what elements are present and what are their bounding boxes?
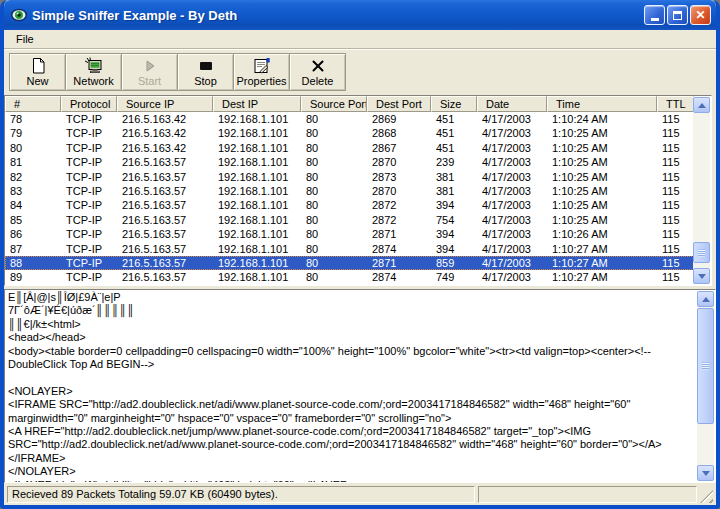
table-cell: 1:10:24 AM <box>547 112 657 126</box>
table-cell: 4/17/2003 <box>477 155 547 169</box>
minimize-button[interactable] <box>644 5 665 25</box>
close-button[interactable]: ✕ <box>690 5 711 25</box>
table-cell: 2871 <box>367 227 431 241</box>
table-cell: TCP-IP <box>61 256 117 270</box>
stop-icon <box>199 56 213 75</box>
table-row[interactable]: 87TCP-IP216.5.163.57192.168.1.1018028743… <box>5 242 694 256</box>
table-cell: 1:10:27 AM <box>547 270 657 284</box>
column-header[interactable]: Dest IP <box>213 96 301 112</box>
column-header[interactable]: TTL <box>657 96 694 112</box>
table-cell: 115 <box>657 170 694 184</box>
table-cell: 83 <box>5 184 61 198</box>
table-cell: 2869 <box>367 112 431 126</box>
table-cell: 84 <box>5 198 61 212</box>
resize-grip-icon[interactable] <box>700 490 713 503</box>
table-cell: 115 <box>657 184 694 198</box>
table-cell: 1:10:25 AM <box>547 184 657 198</box>
table-cell: 80 <box>301 256 367 270</box>
table-cell: 216.5.163.57 <box>117 213 213 227</box>
table-cell: 115 <box>657 213 694 227</box>
eye-icon <box>10 7 28 23</box>
table-row[interactable]: 78TCP-IP216.5.163.42192.168.1.1018028694… <box>5 112 694 126</box>
table-row[interactable]: 86TCP-IP216.5.163.57192.168.1.1018028713… <box>5 227 694 241</box>
table-cell: 1:10:25 AM <box>547 141 657 155</box>
detail-scrollbar[interactable] <box>697 291 714 481</box>
table-cell: 80 <box>301 155 367 169</box>
column-header[interactable]: Size <box>431 96 477 112</box>
table-cell: 216.5.163.42 <box>117 126 213 140</box>
table-cell: 81 <box>5 155 61 169</box>
scroll-down-button[interactable] <box>693 268 710 284</box>
table-cell: 1:10:25 AM <box>547 155 657 169</box>
network-button[interactable]: Network <box>65 53 122 91</box>
table-cell: 1:10:25 AM <box>547 126 657 140</box>
table-cell: 192.168.1.101 <box>213 256 301 270</box>
table-row[interactable]: 89TCP-IP216.5.163.57192.168.1.1018028747… <box>5 270 694 284</box>
scroll-thumb[interactable] <box>697 308 714 424</box>
menu-file[interactable]: File <box>11 32 39 46</box>
table-cell: 216.5.163.57 <box>117 184 213 198</box>
app-window: Simple Sniffer Example - By Deth ✕ File … <box>0 0 720 509</box>
table-cell: 4/17/2003 <box>477 256 547 270</box>
table-row[interactable]: 79TCP-IP216.5.163.42192.168.1.1018028684… <box>5 126 694 140</box>
table-row[interactable]: 81TCP-IP216.5.163.57192.168.1.1018028702… <box>5 155 694 169</box>
table-cell: 239 <box>431 155 477 169</box>
table-row[interactable]: 84TCP-IP216.5.163.57192.168.1.1018028723… <box>5 198 694 212</box>
stop-button[interactable]: Stop <box>177 53 234 91</box>
table-cell: 394 <box>431 242 477 256</box>
status-text: Recieved 89 Packets Totaling 59.07 KB (6… <box>7 486 475 503</box>
maximize-button[interactable] <box>667 5 688 25</box>
table-cell: 80 <box>301 227 367 241</box>
table-cell: 192.168.1.101 <box>213 112 301 126</box>
table-cell: TCP-IP <box>61 270 117 284</box>
table-cell: 80 <box>301 141 367 155</box>
packet-list: #ProtocolSource IPDest IPSource PortDest… <box>4 95 712 286</box>
table-cell: 2874 <box>367 242 431 256</box>
table-cell: 451 <box>431 112 477 126</box>
maximize-icon <box>673 11 682 20</box>
title-bar[interactable]: Simple Sniffer Example - By Deth ✕ <box>4 0 716 30</box>
table-row[interactable]: 88TCP-IP216.5.163.57192.168.1.1018028718… <box>5 256 694 270</box>
table-cell: TCP-IP <box>61 242 117 256</box>
toolbar-button-label: New <box>26 75 48 88</box>
table-cell: 192.168.1.101 <box>213 227 301 241</box>
table-row[interactable]: 83TCP-IP216.5.163.57192.168.1.1018028703… <box>5 184 694 198</box>
table-row[interactable]: 80TCP-IP216.5.163.42192.168.1.1018028674… <box>5 141 694 155</box>
table-cell: 192.168.1.101 <box>213 184 301 198</box>
table-cell: 2873 <box>367 170 431 184</box>
scroll-up-button[interactable] <box>697 291 714 307</box>
table-cell: 79 <box>5 126 61 140</box>
table-cell: 192.168.1.101 <box>213 242 301 256</box>
column-header[interactable]: Dest Port <box>367 96 431 112</box>
table-cell: 80 <box>301 270 367 284</box>
table-cell: 115 <box>657 141 694 155</box>
column-header[interactable]: Source IP <box>117 96 213 112</box>
scroll-down-button[interactable] <box>697 465 714 481</box>
table-row[interactable]: 82TCP-IP216.5.163.57192.168.1.1018028733… <box>5 170 694 184</box>
table-cell: 192.168.1.101 <box>213 155 301 169</box>
chevron-up-icon <box>698 103 706 108</box>
column-header[interactable]: Time <box>547 96 657 112</box>
properties-button[interactable]: Properties <box>233 53 290 91</box>
table-cell: 394 <box>431 227 477 241</box>
table-cell: 754 <box>431 213 477 227</box>
column-header[interactable]: Source Port <box>301 96 367 112</box>
packet-detail-text[interactable]: E║[Â|@|s║ÎØ|£9À¨|e|P 7Γ´ôÆ´|¥É€|úðæ´║║║║… <box>5 290 698 482</box>
table-cell: 4/17/2003 <box>477 126 547 140</box>
new-button[interactable]: New <box>9 53 66 91</box>
table-cell: 381 <box>431 184 477 198</box>
table-row[interactable]: 85TCP-IP216.5.163.57192.168.1.1018028727… <box>5 213 694 227</box>
packet-list-scrollbar[interactable] <box>693 97 710 284</box>
close-icon: ✕ <box>695 9 705 21</box>
column-header[interactable]: Date <box>477 96 547 112</box>
table-cell: 192.168.1.101 <box>213 270 301 284</box>
scroll-thumb[interactable] <box>693 242 710 263</box>
scroll-up-button[interactable] <box>693 97 710 113</box>
table-cell: 4/17/2003 <box>477 170 547 184</box>
table-cell: 2868 <box>367 126 431 140</box>
table-cell: 1:10:27 AM <box>547 242 657 256</box>
column-header[interactable]: # <box>5 96 61 112</box>
column-header[interactable]: Protocol <box>61 96 117 112</box>
delete-button[interactable]: Delete <box>289 53 346 91</box>
table-cell: 4/17/2003 <box>477 184 547 198</box>
